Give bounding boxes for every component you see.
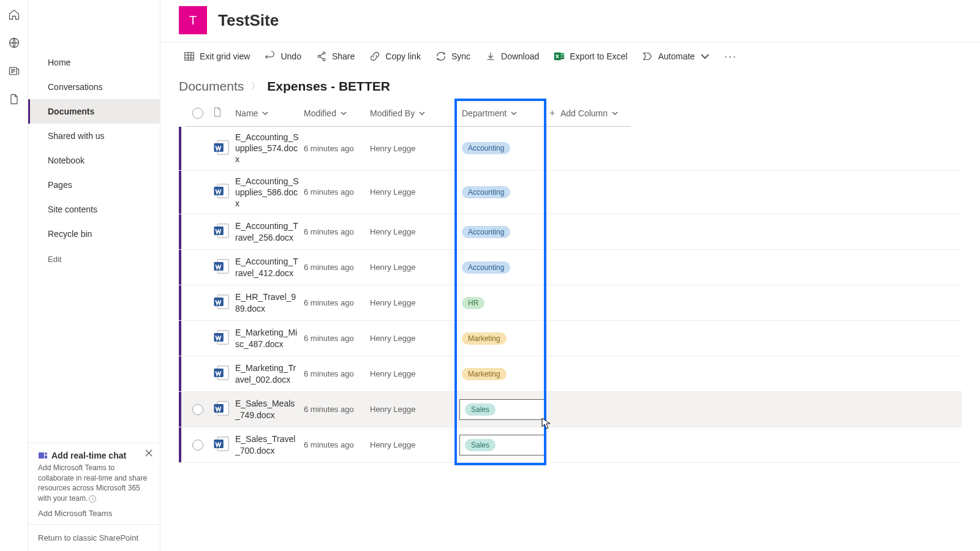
edit-indicator bbox=[179, 127, 181, 170]
row-select[interactable] bbox=[185, 328, 211, 349]
svg-rect-11 bbox=[561, 55, 564, 57]
chevron-down-icon bbox=[418, 110, 426, 117]
table-row[interactable]: E_Sales_Travel_700.docx6 minutes agoHenr… bbox=[179, 427, 962, 463]
department-cell[interactable]: Marketing bbox=[459, 363, 545, 385]
close-icon[interactable] bbox=[144, 448, 154, 458]
add-column-button[interactable]: ＋ Add Column bbox=[545, 100, 631, 126]
table-row[interactable]: E_Marketing_Travel_002.docx6 minutes ago… bbox=[179, 356, 962, 392]
info-icon[interactable]: i bbox=[89, 495, 96, 503]
modified-cell: 6 minutes ago bbox=[301, 222, 368, 241]
automate-button[interactable]: Automate bbox=[637, 47, 715, 66]
modified-by-cell[interactable]: Henry Legge bbox=[368, 222, 459, 241]
return-classic-link[interactable]: Return to classic SharePoint bbox=[28, 524, 160, 551]
edit-indicator bbox=[179, 214, 181, 249]
modified-by-cell[interactable]: Henry Legge bbox=[368, 258, 459, 277]
file-name[interactable]: E_Accounting_Travel_412.docx bbox=[233, 251, 301, 283]
modified-by-cell[interactable]: Henry Legge bbox=[368, 400, 459, 419]
file-name[interactable]: E_HR_Travel_989.docx bbox=[233, 287, 301, 318]
file-name[interactable]: E_Marketing_Misc_487.docx bbox=[233, 322, 301, 354]
nav-edit-link[interactable]: Edit bbox=[28, 246, 160, 272]
more-actions-button[interactable]: ··· bbox=[720, 50, 741, 63]
sidebar-item-site-contents[interactable]: Site contents bbox=[28, 197, 160, 222]
modified-by-cell[interactable]: Henry Legge bbox=[368, 182, 459, 201]
department-cell[interactable]: Accounting bbox=[459, 257, 545, 279]
svg-rect-2 bbox=[39, 452, 44, 459]
column-name[interactable]: Name bbox=[233, 101, 301, 126]
sidebar-item-pages[interactable]: Pages bbox=[28, 173, 160, 197]
department-cell[interactable]: Accounting bbox=[459, 137, 545, 159]
row-select[interactable] bbox=[185, 399, 211, 420]
edit-indicator bbox=[179, 356, 181, 391]
download-button[interactable]: Download bbox=[480, 47, 544, 66]
sidebar-item-notebook[interactable]: Notebook bbox=[28, 148, 160, 173]
globe-icon[interactable] bbox=[8, 37, 20, 49]
modified-by-cell[interactable]: Henry Legge bbox=[368, 293, 459, 312]
table-row[interactable]: E_Accounting_Travel_412.docx6 minutes ag… bbox=[179, 250, 962, 285]
table-row[interactable]: E_Marketing_Misc_487.docx6 minutes agoHe… bbox=[179, 321, 962, 356]
copy-link-button[interactable]: Copy link bbox=[364, 47, 426, 66]
home-icon[interactable] bbox=[8, 9, 20, 21]
column-type[interactable] bbox=[211, 100, 233, 126]
add-teams-link[interactable]: Add Microsoft Teams bbox=[38, 509, 150, 518]
row-select[interactable] bbox=[185, 293, 211, 313]
file-name[interactable]: E_Marketing_Travel_002.docx bbox=[233, 358, 301, 389]
department-cell[interactable]: Marketing bbox=[459, 328, 545, 350]
table-row[interactable]: E_HR_Travel_989.docx6 minutes agoHenry L… bbox=[179, 285, 962, 321]
sidebar-item-home[interactable]: Home bbox=[28, 50, 160, 75]
modified-cell: 6 minutes ago bbox=[301, 400, 368, 419]
app-rail bbox=[0, 0, 28, 551]
column-department[interactable]: Department bbox=[459, 101, 545, 126]
breadcrumb-root[interactable]: Documents bbox=[179, 79, 244, 94]
add-column-label: Add Column bbox=[560, 108, 608, 118]
modified-by-cell[interactable]: Henry Legge bbox=[368, 435, 459, 454]
modified-by-cell[interactable]: Henry Legge bbox=[368, 139, 459, 158]
department-cell[interactable]: Sales bbox=[459, 399, 545, 420]
column-modified-by[interactable]: Modified By bbox=[368, 101, 459, 126]
exit-grid-view-button[interactable]: Exit grid view bbox=[179, 47, 255, 66]
file-name[interactable]: E_Sales_Travel_700.docx bbox=[233, 429, 301, 460]
sidebar-item-shared-with-us[interactable]: Shared with us bbox=[28, 124, 160, 148]
sidebar-item-conversations[interactable]: Conversations bbox=[28, 75, 160, 99]
row-select[interactable] bbox=[185, 364, 211, 384]
row-select[interactable] bbox=[185, 257, 211, 278]
modified-cell: 6 minutes ago bbox=[301, 182, 368, 201]
files-icon[interactable] bbox=[8, 93, 20, 105]
file-name[interactable]: E_Sales_Meals_749.docx bbox=[233, 393, 301, 425]
row-select[interactable] bbox=[185, 222, 211, 242]
department-cell[interactable]: Accounting bbox=[459, 221, 545, 243]
news-icon[interactable] bbox=[8, 65, 20, 77]
file-type-icon bbox=[211, 253, 233, 282]
file-name[interactable]: E_Accounting_Supplies_586.docx bbox=[233, 171, 301, 214]
export-excel-button[interactable]: Export to Excel bbox=[549, 47, 632, 66]
svg-point-8 bbox=[323, 59, 325, 61]
row-select[interactable] bbox=[185, 435, 211, 455]
column-modified[interactable]: Modified bbox=[301, 101, 368, 126]
department-pill: HR bbox=[462, 297, 484, 309]
file-name[interactable]: E_Accounting_Supplies_574.docx bbox=[233, 127, 301, 170]
row-select[interactable] bbox=[185, 138, 211, 159]
department-cell[interactable]: HR bbox=[459, 292, 545, 314]
table-row[interactable]: E_Accounting_Supplies_574.docx6 minutes … bbox=[179, 127, 962, 171]
file-name[interactable]: E_Accounting_Travel_256.docx bbox=[233, 216, 301, 247]
row-select[interactable] bbox=[185, 182, 211, 203]
modified-by-cell[interactable]: Henry Legge bbox=[368, 329, 459, 348]
table-row[interactable]: E_Sales_Meals_749.docx6 minutes agoHenry… bbox=[179, 392, 962, 427]
site-name[interactable]: TestSite bbox=[218, 11, 279, 30]
table-row[interactable]: E_Accounting_Travel_256.docx6 minutes ag… bbox=[179, 214, 962, 250]
sync-button[interactable]: Sync bbox=[431, 47, 475, 66]
department-cell[interactable]: Sales bbox=[459, 435, 545, 455]
sidebar-item-recycle-bin[interactable]: Recycle bin bbox=[28, 222, 160, 246]
site-tile[interactable]: T bbox=[179, 6, 207, 34]
modified-by-cell[interactable]: Henry Legge bbox=[368, 364, 459, 383]
edit-indicator bbox=[179, 171, 181, 214]
column-modified-by-label: Modified By bbox=[370, 108, 415, 118]
select-all[interactable] bbox=[185, 100, 211, 126]
share-button[interactable]: Share bbox=[311, 47, 360, 66]
toolbar: Exit grid view Undo Share Copy link Sync… bbox=[160, 42, 980, 70]
automate-label: Automate bbox=[658, 51, 695, 61]
table-row[interactable]: E_Accounting_Supplies_586.docx6 minutes … bbox=[179, 171, 962, 215]
sidebar-item-documents[interactable]: Documents bbox=[28, 99, 160, 124]
chevron-down-icon bbox=[611, 110, 619, 117]
department-cell[interactable]: Accounting bbox=[459, 181, 545, 203]
undo-button[interactable]: Undo bbox=[260, 47, 306, 66]
